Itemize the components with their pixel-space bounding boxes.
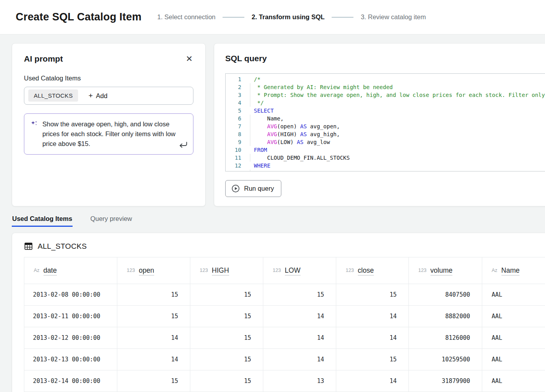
code-text: LOW > 15 <box>244 170 293 171</box>
numeric-type-icon: 123 <box>127 268 135 273</box>
table-cell: AAL <box>482 306 545 327</box>
code-line: 11 CLOUD_DEMO_FIN.ALL_STOCKS <box>226 154 545 162</box>
catalog-items-input[interactable]: ALL_STOCKS + Add <box>24 87 193 105</box>
preview-table-name: ALL_STOCKS <box>38 242 87 251</box>
close-icon[interactable]: ✕ <box>185 54 193 64</box>
code-line: 1/* <box>226 75 545 83</box>
table-cell: 13 <box>263 370 336 392</box>
column-header-date[interactable]: Azdate <box>24 257 117 284</box>
column-name: HIGH <box>212 266 229 275</box>
table-cell: 15 <box>190 327 263 349</box>
table-cell: AAL <box>482 327 545 349</box>
line-number: 7 <box>226 122 244 130</box>
app-header: Create SQL Catalog Item 1. Select connec… <box>0 0 545 35</box>
ai-prompt-input[interactable]: Show the average open, high, and low clo… <box>24 113 193 155</box>
table-grid-icon <box>24 242 33 251</box>
column-header-close[interactable]: 123close <box>336 257 409 284</box>
numeric-type-icon: 123 <box>346 268 354 273</box>
table-cell: 15 <box>336 284 409 306</box>
text-type-icon: Az <box>34 268 40 273</box>
table-row: 2013-02-08 00:00:00151515158407500AAL <box>24 284 545 306</box>
code-text: CLOUD_DEMO_FIN.ALL_STOCKS <box>244 154 350 162</box>
table-row: 2013-02-11 00:00:00151514148882000AAL <box>24 306 545 327</box>
table-cell: 14 <box>263 349 336 370</box>
table-cell: 15 <box>263 284 336 306</box>
code-text: Name, <box>244 115 284 122</box>
ai-prompt-panel: AI prompt ✕ Used Catalog Items ALL_STOCK… <box>12 43 206 206</box>
line-number: 13 <box>226 170 244 171</box>
line-number: 5 <box>226 107 244 115</box>
column-name: Name <box>501 266 520 275</box>
play-icon <box>231 184 240 193</box>
table-cell: 2013-02-12 00:00:00 <box>24 327 117 349</box>
column-name: open <box>139 266 154 275</box>
code-text: AVG(open) AS avg_open, <box>244 122 340 130</box>
step-connector <box>222 17 244 18</box>
line-number: 12 <box>226 162 244 170</box>
sparkle-icon <box>30 120 38 129</box>
add-catalog-item-button[interactable]: + Add <box>88 91 107 100</box>
code-text: AVG(LOW) AS avg_low <box>244 138 330 146</box>
table-cell: 2013-02-14 00:00:00 <box>24 370 117 392</box>
preview-tabs: Used Catalog ItemsQuery preview <box>12 214 133 227</box>
plus-icon: + <box>88 91 93 100</box>
wizard-step-1: 1. Select connection <box>157 13 216 21</box>
tab-used-catalog-items[interactable]: Used Catalog Items <box>12 214 73 227</box>
code-text: WHERE <box>244 162 270 170</box>
table-cell: AAL <box>482 370 545 392</box>
code-text: AVG(HIGH) AS avg_high, <box>244 130 340 138</box>
table-cell: 2013-02-11 00:00:00 <box>24 306 117 327</box>
numeric-type-icon: 123 <box>273 268 281 273</box>
wizard-step-3: 3. Review catalog item <box>361 13 426 21</box>
column-header-high[interactable]: 123HIGH <box>190 257 263 284</box>
table-cell: 15 <box>336 349 409 370</box>
line-number: 8 <box>226 130 244 138</box>
table-cell: 15 <box>190 370 263 392</box>
table-cell: 14 <box>117 327 190 349</box>
line-number: 6 <box>226 115 244 122</box>
sql-query-panel: SQL query 1/*2 * Generated by AI: Review… <box>214 43 545 206</box>
table-cell: 8882000 <box>409 306 482 327</box>
table-cell: 15 <box>190 349 263 370</box>
code-line: 5SELECT <box>226 107 545 115</box>
table-cell: 10259500 <box>409 349 482 370</box>
catalog-item-preview-panel: ALL_STOCKS Azdate123open123HIGH123LOW123… <box>12 233 545 392</box>
sql-code-editor[interactable]: 1/*2 * Generated by AI: Review might be … <box>225 73 545 171</box>
submit-prompt-icon[interactable] <box>178 140 188 150</box>
table-cell: AAL <box>482 349 545 370</box>
code-text: /* <box>244 75 261 83</box>
table-cell: 14 <box>263 327 336 349</box>
numeric-type-icon: 123 <box>418 268 427 273</box>
create-sql-catalog-page: Create SQL Catalog Item 1. Select connec… <box>0 0 545 392</box>
sql-query-title: SQL query <box>225 54 545 63</box>
column-name: date <box>44 266 57 275</box>
column-header-open[interactable]: 123open <box>117 257 190 284</box>
column-header-volume[interactable]: 123volume <box>409 257 482 284</box>
run-query-button[interactable]: Run query <box>225 180 281 197</box>
code-line: 10FROM <box>226 146 545 154</box>
step-connector <box>332 17 354 18</box>
tab-query-preview[interactable]: Query preview <box>90 214 132 227</box>
line-number: 4 <box>226 99 244 107</box>
code-text: * Generated by AI: Review might be neede… <box>244 83 393 91</box>
catalog-item-chip[interactable]: ALL_STOCKS <box>28 89 78 102</box>
column-header-name[interactable]: AzName <box>482 257 545 284</box>
table-cell: 14 <box>336 306 409 327</box>
column-header-low[interactable]: 123LOW <box>263 257 336 284</box>
table-cell: 15 <box>190 306 263 327</box>
line-number: 9 <box>226 138 244 146</box>
code-text: FROM <box>244 146 267 154</box>
code-line: 12WHERE <box>226 162 545 170</box>
code-text: * Prompt: Show the average open, high, a… <box>244 91 545 99</box>
table-cell: 15 <box>117 306 190 327</box>
table-cell: AAL <box>482 284 545 306</box>
table-row: 2013-02-14 00:00:001515131431879900AAL <box>24 370 545 392</box>
ai-prompt-title: AI prompt <box>24 54 63 64</box>
text-type-icon: Az <box>492 268 498 273</box>
table-cell: 31879900 <box>409 370 482 392</box>
column-name: volume <box>430 266 452 275</box>
preview-data-table: Azdate123open123HIGH123LOW123close123vol… <box>24 257 545 392</box>
wizard-steps: 1. Select connection2. Transform using S… <box>157 13 426 21</box>
table-cell: 14 <box>263 306 336 327</box>
prompt-text: Show the average open, high, and low clo… <box>42 119 176 149</box>
